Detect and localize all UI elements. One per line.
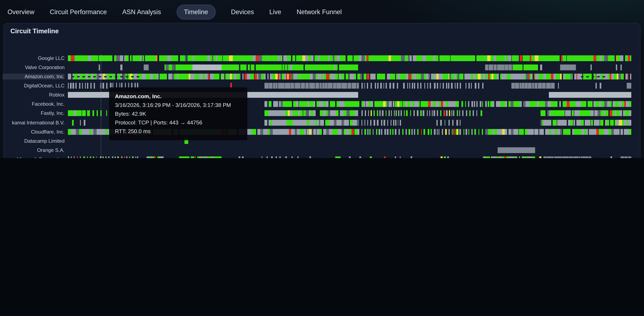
timeline-segment[interactable] (398, 110, 399, 116)
timeline-segment[interactable] (354, 101, 356, 107)
timeline-segment[interactable] (216, 55, 217, 61)
timeline-segment[interactable] (616, 129, 620, 135)
timeline-segment[interactable] (292, 64, 294, 70)
timeline-segment[interactable] (520, 55, 522, 61)
timeline-segment[interactable] (374, 110, 375, 116)
timeline-segment[interactable] (526, 101, 528, 107)
timeline-segment[interactable] (411, 74, 413, 79)
timeline-segment[interactable] (545, 101, 548, 107)
timeline-segment[interactable] (320, 101, 323, 107)
timeline-segment[interactable] (236, 55, 239, 61)
timeline-segment[interactable] (247, 74, 249, 79)
timeline-segment[interactable] (292, 156, 293, 158)
timeline-segment[interactable] (268, 120, 270, 125)
timeline-segment[interactable] (291, 129, 293, 135)
timeline-segment[interactable] (317, 129, 320, 135)
timeline-segment[interactable] (205, 74, 208, 79)
timeline-segment[interactable] (504, 64, 505, 70)
timeline-segment[interactable] (311, 129, 312, 135)
timeline-segment[interactable] (555, 110, 557, 116)
timeline-segment[interactable] (257, 74, 258, 79)
timeline-segment[interactable] (614, 129, 616, 135)
timeline-segment[interactable] (225, 74, 227, 79)
timeline-segment[interactable] (485, 129, 488, 135)
timeline-segment[interactable] (87, 83, 88, 89)
timeline-segment[interactable] (352, 110, 355, 116)
timeline-segment[interactable] (367, 74, 370, 79)
tab-timeline[interactable]: Timeline (176, 4, 216, 19)
timeline-segment[interactable] (585, 120, 587, 125)
timeline-segment[interactable] (393, 74, 396, 79)
timeline-segment[interactable] (468, 101, 470, 107)
timeline-segment[interactable] (505, 101, 507, 107)
timeline-segment[interactable] (306, 110, 308, 116)
timeline-segment[interactable] (538, 55, 542, 61)
timeline-segment[interactable] (365, 55, 366, 61)
timeline-segment[interactable] (529, 156, 532, 158)
timeline-segment[interactable] (476, 74, 478, 79)
timeline-segment[interactable] (334, 55, 337, 61)
timeline-segment[interactable] (476, 110, 478, 116)
timeline-segment[interactable] (350, 120, 353, 125)
timeline-segment[interactable] (146, 55, 149, 61)
timeline-segment[interactable] (304, 120, 307, 125)
tab-overview[interactable]: Overview (8, 4, 34, 19)
timeline-segment[interactable] (420, 101, 424, 107)
timeline-segment[interactable] (582, 55, 586, 61)
timeline-segment[interactable] (81, 55, 83, 61)
timeline-segment[interactable] (266, 110, 269, 116)
timeline-segment[interactable] (487, 156, 490, 158)
timeline-segment[interactable] (440, 83, 441, 89)
timeline-segment[interactable] (552, 55, 554, 61)
timeline-segment[interactable] (424, 101, 427, 107)
timeline-segment[interactable] (311, 64, 314, 70)
timeline-segment[interactable] (90, 156, 91, 158)
timeline-segment[interactable] (542, 83, 542, 89)
timeline-segment[interactable] (347, 64, 350, 70)
timeline-segment[interactable] (476, 101, 478, 107)
timeline-segment[interactable] (379, 55, 382, 61)
timeline-segment[interactable] (172, 55, 175, 61)
timeline-segment[interactable] (597, 120, 600, 125)
timeline-segment[interactable] (92, 110, 94, 116)
timeline-segment[interactable] (333, 110, 336, 116)
timeline-segment[interactable] (556, 74, 558, 79)
timeline-segment[interactable] (355, 110, 357, 116)
timeline-segment[interactable] (323, 55, 325, 61)
timeline-segment[interactable] (168, 55, 171, 61)
timeline-segment[interactable] (530, 64, 532, 70)
timeline-segment[interactable] (383, 83, 384, 89)
timeline-segment[interactable] (452, 120, 454, 125)
timeline-segment[interactable] (621, 74, 624, 79)
timeline-segment[interactable] (304, 64, 308, 70)
timeline-segment[interactable] (539, 156, 541, 158)
timeline-segment[interactable] (431, 74, 433, 79)
timeline-segment[interactable] (616, 55, 617, 61)
timeline-segment[interactable] (286, 120, 289, 125)
timeline-segment[interactable] (371, 55, 374, 61)
timeline-segment[interactable] (576, 55, 579, 61)
timeline-segment[interactable] (424, 83, 425, 89)
timeline-segment[interactable] (85, 83, 86, 89)
timeline-segment[interactable] (304, 129, 306, 135)
timeline-segment[interactable] (451, 74, 454, 79)
timeline-segment[interactable] (514, 74, 517, 79)
timeline-segment[interactable] (205, 55, 208, 61)
timeline-segment[interactable] (306, 55, 308, 61)
timeline-segment[interactable] (341, 120, 344, 125)
timeline-segment[interactable] (572, 110, 574, 116)
timeline-segment[interactable] (527, 129, 529, 135)
timeline-segment[interactable] (532, 55, 535, 61)
timeline-segment[interactable] (440, 74, 443, 79)
timeline-segment[interactable] (353, 120, 355, 125)
timeline-segment[interactable] (303, 110, 306, 116)
timeline-segment[interactable] (244, 64, 246, 70)
timeline-segment[interactable] (559, 101, 561, 107)
timeline-segment[interactable] (548, 101, 551, 107)
timeline-segment[interactable] (583, 74, 586, 79)
timeline-segment[interactable] (166, 74, 167, 79)
timeline-segment[interactable] (365, 110, 366, 116)
timeline-segment[interactable] (616, 110, 620, 116)
timeline-segment[interactable] (146, 156, 149, 158)
timeline-segment[interactable] (93, 55, 96, 61)
